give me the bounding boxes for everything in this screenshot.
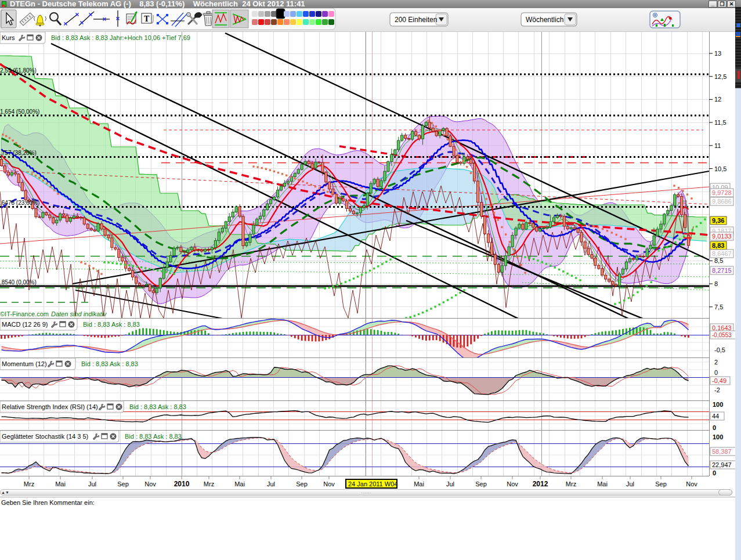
svg-text:MACD (12 26 9): MACD (12 26 9) — [2, 321, 48, 328]
svg-text:11: 11 — [714, 142, 721, 149]
svg-text:Nov: Nov — [507, 480, 518, 487]
svg-text:8,6467: 8,6467 — [712, 250, 732, 257]
svg-text:Sep: Sep — [475, 480, 487, 487]
svg-text:8,2715: 8,2715 — [712, 267, 732, 274]
svg-text:Bid : 8,83 Ask : 8,83: Bid : 8,83 Ask : 8,83 — [81, 360, 138, 367]
svg-text:11,5: 11,5 — [714, 119, 726, 126]
svg-text:44: 44 — [712, 413, 719, 420]
svg-text:Mai: Mai — [597, 480, 608, 487]
svg-text:2,55 (61,80%): 2,55 (61,80%) — [0, 67, 37, 74]
svg-text:Mrz: Mrz — [204, 480, 214, 487]
svg-text:©IT-Finance.com: ©IT-Finance.com — [0, 310, 49, 317]
svg-text:-2: -2 — [714, 386, 720, 393]
svg-text:-0,0553: -0,0553 — [712, 332, 732, 338]
svg-text:Sep: Sep — [117, 480, 129, 487]
svg-text:-0,5: -0,5 — [714, 346, 725, 353]
svg-text:200 Einheiten: 200 Einheiten — [395, 16, 437, 24]
svg-text:Jul: Jul — [267, 480, 275, 487]
svg-text:Bid : 8,83 Ask : 8,83: Bid : 8,83 Ask : 8,83 — [83, 321, 140, 328]
svg-text:T: T — [144, 15, 150, 23]
svg-text:7,5: 7,5 — [714, 304, 723, 310]
svg-text:9,0133: 9,0133 — [712, 233, 732, 240]
svg-text:9,36: 9,36 — [712, 217, 724, 224]
svg-text:8,5: 8,5 — [714, 257, 723, 264]
svg-text:,6478 (23,60%): ,6478 (23,60%) — [0, 200, 39, 206]
svg-text:Daten sind indikativ: Daten sind indikativ — [51, 310, 107, 317]
svg-text:Mai: Mai — [414, 480, 424, 487]
svg-text:Jul: Jul — [626, 480, 634, 487]
svg-text:8: 8 — [714, 280, 718, 287]
svg-text:1,654 (50,00%): 1,654 (50,00%) — [0, 109, 39, 115]
svg-text:Jul: Jul — [446, 480, 454, 487]
svg-text:2: 2 — [714, 359, 718, 366]
svg-text:9,9728: 9,9728 — [712, 189, 732, 196]
svg-text:Kurs: Kurs — [2, 34, 15, 41]
svg-text:Jul: Jul — [88, 480, 96, 487]
svg-text:22,947: 22,947 — [712, 461, 732, 468]
svg-text:0,1643: 0,1643 — [712, 324, 732, 331]
svg-text:Nov: Nov — [323, 480, 335, 487]
svg-text:10,5: 10,5 — [714, 165, 726, 172]
svg-text:,8540 (0,00%): ,8540 (0,00%) — [0, 279, 37, 286]
svg-text:Mrz: Mrz — [24, 480, 34, 487]
svg-text:2010: 2010 — [174, 480, 190, 488]
svg-text:Relative Strength Index (RSI): Relative Strength Index (RSI) (14) — [2, 403, 98, 410]
svg-text:Bid : 8,83 Ask : 8,83: Bid : 8,83 Ask : 8,83 — [125, 433, 182, 440]
svg-text:Sep: Sep — [655, 480, 667, 487]
svg-text:13: 13 — [714, 50, 721, 57]
svg-text:100: 100 — [713, 401, 723, 408]
svg-text:-0,49: -0,49 — [712, 377, 726, 384]
svg-text:Nov: Nov — [686, 480, 697, 487]
svg-text:Sep: Sep — [296, 480, 308, 487]
svg-text:0: 0 — [713, 424, 716, 431]
svg-text:Mai: Mai — [234, 480, 245, 487]
svg-text:12: 12 — [714, 96, 721, 103]
svg-text:2012: 2012 — [533, 480, 548, 488]
svg-text:8,83: 8,83 — [712, 242, 724, 249]
svg-text:0: 0 — [714, 369, 718, 376]
svg-text:Nov: Nov — [144, 480, 156, 487]
svg-text:Mai: Mai — [55, 480, 66, 487]
svg-text:9,8686: 9,8686 — [712, 198, 732, 205]
svg-text:100: 100 — [713, 433, 723, 440]
svg-text:Wöchentlich: Wöchentlich — [526, 16, 563, 24]
svg-text:12,5: 12,5 — [714, 73, 726, 80]
svg-text:Bid : 8,83 Ask : 8,83: Bid : 8,83 Ask : 8,83 — [129, 403, 186, 410]
svg-text:24 Jan 2011 W04: 24 Jan 2011 W04 — [348, 480, 397, 487]
svg-text:58,387: 58,387 — [712, 448, 732, 455]
svg-text:Geglätteter Stochastik (14 3 5: Geglätteter Stochastik (14 3 5) — [2, 433, 88, 440]
svg-text:0: 0 — [713, 469, 716, 476]
svg-text:,757 (38,20%): ,757 (38,20%) — [0, 150, 37, 156]
svg-text:Mrz: Mrz — [566, 480, 576, 487]
svg-text:Momentum (12): Momentum (12) — [2, 360, 47, 367]
svg-text:Bid : 8,83 Ask : 8,83 Jahr:+Ho: Bid : 8,83 Ask : 8,83 Jahr:+Hoch 10,06 +… — [51, 34, 190, 41]
